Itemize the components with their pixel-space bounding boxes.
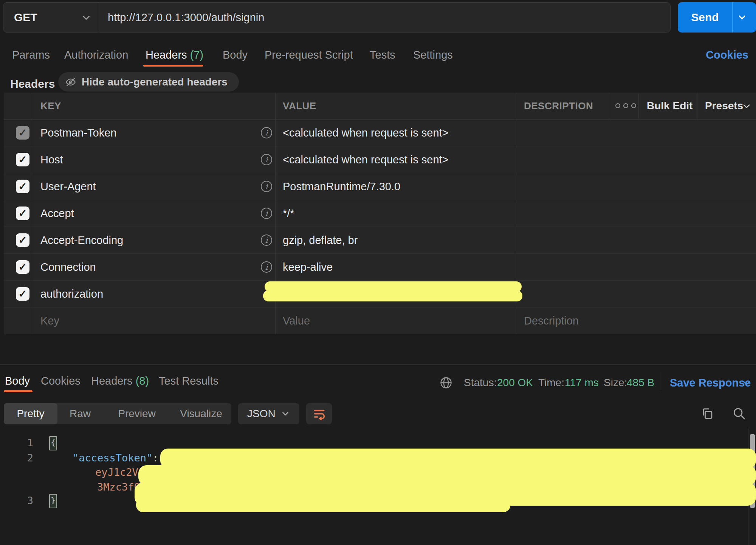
response-headers-count-badge: (8) [136, 375, 149, 387]
row-checkbox[interactable] [16, 126, 29, 140]
row-checkbox[interactable] [16, 180, 29, 193]
value-placeholder[interactable]: Value [283, 307, 310, 334]
save-response-chevron-icon[interactable] [741, 377, 752, 389]
postman-window: GET http://127.0.0.1:3000/auth/signin Se… [0, 0, 756, 545]
info-icon[interactable]: i [261, 261, 272, 273]
row-checkbox[interactable] [16, 287, 29, 301]
line-number: 3 [15, 493, 33, 508]
wrap-lines-icon [313, 407, 325, 420]
wrap-lines-button[interactable] [306, 403, 332, 424]
meta-divider [660, 372, 660, 392]
time-value: 117 ms [565, 375, 599, 390]
header-value-cell[interactable]: PostmanRuntime/7.30.0 [283, 173, 400, 200]
view-tab-pretty[interactable]: Pretty [4, 403, 57, 424]
header-key-cell[interactable]: User-Agent [40, 173, 96, 200]
header-value-cell[interactable]: gzip, deflate, br [283, 227, 358, 253]
info-icon[interactable]: i [261, 127, 272, 138]
row-checkbox[interactable] [16, 207, 29, 220]
status-badge: 200 OK [497, 377, 533, 388]
table-row: Connection i keep-alive [4, 254, 756, 281]
header-value-cell[interactable]: keep-alive [283, 254, 333, 280]
active-tab-underline [143, 65, 203, 67]
description-placeholder[interactable]: Description [524, 307, 579, 334]
headers-count-badge: (7) [190, 49, 203, 61]
chevron-down-icon [81, 12, 92, 23]
view-tab-preview[interactable]: Preview [103, 403, 171, 424]
url-input[interactable]: http://127.0.0.1:3000/auth/signin [108, 3, 264, 32]
active-response-tab-underline [4, 390, 33, 392]
header-key-cell[interactable]: Postman-Token [40, 120, 117, 146]
fold-open-brace[interactable]: { [49, 436, 57, 450]
column-divider [697, 93, 697, 119]
method-label: GET [14, 3, 37, 32]
table-row-empty: Key Value Description [4, 307, 756, 334]
header-value-cell[interactable]: <calculated when request is sent> [283, 120, 449, 146]
presets-button[interactable]: Presets [705, 93, 743, 119]
header-key-cell[interactable]: authorization [40, 281, 103, 307]
chevron-down-icon [280, 409, 290, 419]
line-number: 1 [15, 435, 33, 450]
info-icon[interactable]: i [261, 181, 272, 192]
cookies-link[interactable]: Cookies [706, 47, 748, 63]
header-key-cell[interactable]: Host [40, 146, 63, 173]
tab-params[interactable]: Params [12, 47, 50, 63]
request-url-bar: GET http://127.0.0.1:3000/auth/signin [3, 2, 671, 33]
headers-section-title: Headers [10, 74, 55, 93]
info-icon[interactable]: i [261, 234, 272, 246]
tab-settings[interactable]: Settings [413, 47, 453, 63]
column-divider [609, 93, 609, 119]
save-response-button[interactable]: Save Response [670, 375, 751, 390]
status-value: 200 OK [497, 375, 533, 390]
globe-icon[interactable] [439, 376, 453, 390]
tab-authorization[interactable]: Authorization [64, 47, 128, 63]
response-tab-headers[interactable]: Headers (8) [91, 373, 149, 389]
view-tab-raw[interactable]: Raw [57, 403, 103, 424]
redaction-highlight [136, 498, 510, 512]
json-colon: : [152, 452, 158, 464]
send-button-label: Send [678, 2, 732, 33]
view-tab-visualize[interactable]: Visualize [171, 403, 231, 424]
info-icon[interactable]: i [261, 208, 272, 219]
format-dropdown[interactable]: JSON [238, 403, 299, 424]
search-icon[interactable] [732, 406, 746, 421]
header-key-cell[interactable]: Connection [40, 254, 96, 280]
info-icon[interactable]: i [261, 154, 272, 165]
response-tab-body[interactable]: Body [5, 373, 30, 389]
redaction-highlight [263, 290, 522, 301]
table-row: Accept i */* [4, 200, 756, 227]
row-checkbox[interactable] [16, 233, 29, 247]
row-checkbox[interactable] [16, 153, 29, 166]
response-tab-cookies[interactable]: Cookies [41, 373, 81, 389]
copy-icon[interactable] [700, 406, 714, 421]
size-value: 485 B [627, 375, 654, 390]
row-checkbox[interactable] [16, 260, 29, 274]
response-section-divider [0, 364, 756, 365]
method-selector[interactable]: GET [3, 3, 98, 32]
tab-pre-request-script[interactable]: Pre-request Script [265, 47, 353, 63]
tab-tests[interactable]: Tests [370, 47, 395, 63]
response-tab-test-results[interactable]: Test Results [159, 373, 218, 389]
header-value-cell[interactable]: <calculated when request is sent> [283, 146, 449, 173]
more-options-icon[interactable] [615, 103, 636, 108]
format-dropdown-value: JSON [247, 403, 276, 424]
header-key-cell[interactable]: Accept [40, 200, 74, 227]
bulk-edit-button[interactable]: Bulk Edit [647, 93, 692, 119]
toggle-label: Hide auto-generated headers [82, 76, 228, 88]
tab-body[interactable]: Body [223, 47, 248, 63]
table-row: User-Agent i PostmanRuntime/7.30.0 [4, 173, 756, 200]
send-button[interactable]: Send [678, 2, 756, 33]
status-label: Status: [464, 375, 497, 390]
tab-headers[interactable]: Headers (7) [146, 47, 203, 63]
presets-chevron-icon[interactable] [741, 101, 752, 112]
column-key: KEY [40, 93, 61, 119]
table-row: Postman-Token i <calculated when request… [4, 120, 756, 146]
key-placeholder[interactable]: Key [40, 307, 59, 334]
header-key-cell[interactable]: Accept-Encoding [40, 227, 123, 253]
header-value-cell[interactable]: */* [283, 200, 294, 227]
line-number: 2 [15, 450, 33, 465]
table-header-row: KEY VALUE DESCRIPTION Bulk Edit Presets [4, 93, 756, 120]
fold-close-brace[interactable]: } [49, 494, 57, 508]
send-options-chevron-icon[interactable] [737, 12, 747, 23]
hide-auto-generated-headers-toggle[interactable]: Hide auto-generated headers [58, 72, 239, 92]
column-value: VALUE [283, 93, 316, 119]
